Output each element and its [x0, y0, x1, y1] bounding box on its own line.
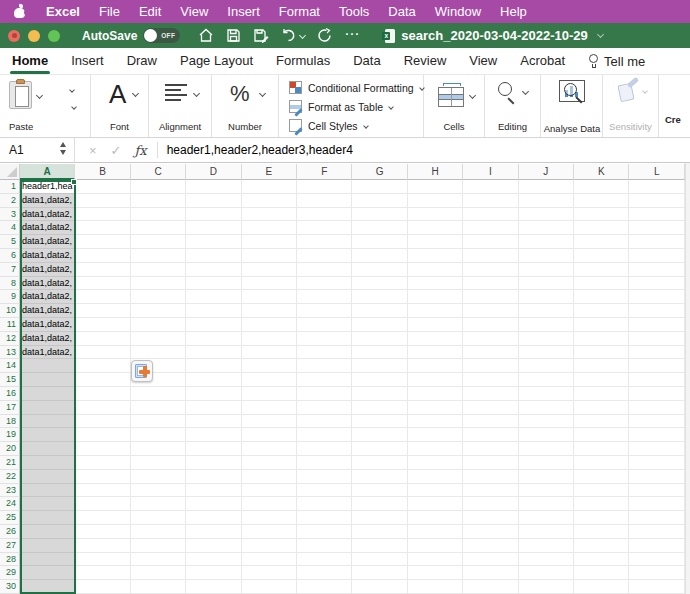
cell-H4[interactable] — [408, 221, 463, 235]
spinner-down-icon[interactable] — [60, 150, 66, 155]
cell-K15[interactable] — [574, 373, 629, 387]
cell-J2[interactable] — [519, 194, 574, 208]
menu-format[interactable]: Format — [279, 4, 320, 19]
cell-F27[interactable] — [297, 539, 352, 553]
tab-home[interactable]: Home — [12, 49, 48, 74]
cell-J26[interactable] — [519, 525, 574, 539]
cell-L10[interactable] — [629, 304, 684, 318]
cell-B2[interactable] — [75, 194, 130, 208]
cell-I23[interactable] — [463, 484, 518, 498]
cell-F16[interactable] — [297, 387, 352, 401]
cell-D25[interactable] — [186, 511, 241, 525]
cell-I16[interactable] — [463, 387, 518, 401]
cell-F15[interactable] — [297, 373, 352, 387]
cell-H21[interactable] — [408, 456, 463, 470]
tab-review[interactable]: Review — [404, 49, 447, 74]
cell-K10[interactable] — [574, 304, 629, 318]
tab-draw[interactable]: Draw — [127, 49, 157, 74]
row-header-17[interactable]: 17 — [0, 401, 20, 415]
cell-B24[interactable] — [75, 497, 130, 511]
cell-F12[interactable] — [297, 332, 352, 346]
column-header-G[interactable]: G — [352, 164, 407, 180]
cell-H11[interactable] — [408, 318, 463, 332]
row-header-5[interactable]: 5 — [0, 235, 20, 249]
cell-I9[interactable] — [463, 290, 518, 304]
cell-B17[interactable] — [75, 401, 130, 415]
cell-K23[interactable] — [574, 484, 629, 498]
cell-A30[interactable] — [20, 580, 75, 594]
menu-excel[interactable]: Excel — [46, 4, 80, 19]
cell-L3[interactable] — [629, 208, 684, 222]
cell-G10[interactable] — [352, 304, 407, 318]
cell-L11[interactable] — [629, 318, 684, 332]
cell-K21[interactable] — [574, 456, 629, 470]
cell-C18[interactable] — [131, 415, 186, 429]
cell-L4[interactable] — [629, 221, 684, 235]
cell-B19[interactable] — [75, 428, 130, 442]
cell-F8[interactable] — [297, 277, 352, 291]
cell-J8[interactable] — [519, 277, 574, 291]
cell-H22[interactable] — [408, 470, 463, 484]
cell-E6[interactable] — [242, 249, 297, 263]
row-header-18[interactable]: 18 — [0, 415, 20, 429]
cell-C6[interactable] — [131, 249, 186, 263]
menu-view[interactable]: View — [180, 4, 208, 19]
cell-G3[interactable] — [352, 208, 407, 222]
cell-L15[interactable] — [629, 373, 684, 387]
cell-J29[interactable] — [519, 566, 574, 580]
cell-H2[interactable] — [408, 194, 463, 208]
cell-K22[interactable] — [574, 470, 629, 484]
cell-D7[interactable] — [186, 263, 241, 277]
menu-window[interactable]: Window — [435, 4, 481, 19]
column-header-E[interactable]: E — [242, 164, 297, 180]
cell-H1[interactable] — [408, 180, 463, 194]
cell-E17[interactable] — [242, 401, 297, 415]
cell-H12[interactable] — [408, 332, 463, 346]
cell-J1[interactable] — [519, 180, 574, 194]
column-header-D[interactable]: D — [186, 164, 241, 180]
cell-A3[interactable]: data1,data2, — [20, 208, 75, 222]
row-header-14[interactable]: 14 — [0, 359, 20, 373]
cell-K11[interactable] — [574, 318, 629, 332]
cell-G26[interactable] — [352, 525, 407, 539]
cell-D2[interactable] — [186, 194, 241, 208]
cell-D30[interactable] — [186, 580, 241, 594]
cell-L7[interactable] — [629, 263, 684, 277]
cell-H7[interactable] — [408, 263, 463, 277]
cell-D8[interactable] — [186, 277, 241, 291]
cell-J16[interactable] — [519, 387, 574, 401]
cell-G18[interactable] — [352, 415, 407, 429]
column-header-I[interactable]: I — [463, 164, 518, 180]
cell-B5[interactable] — [75, 235, 130, 249]
cell-L30[interactable] — [629, 580, 684, 594]
cell-F24[interactable] — [297, 497, 352, 511]
tab-acrobat[interactable]: Acrobat — [520, 49, 565, 74]
cell-D13[interactable] — [186, 346, 241, 360]
cell-B6[interactable] — [75, 249, 130, 263]
cell-E2[interactable] — [242, 194, 297, 208]
cell-J19[interactable] — [519, 428, 574, 442]
cell-I30[interactable] — [463, 580, 518, 594]
cell-J20[interactable] — [519, 442, 574, 456]
cell-E13[interactable] — [242, 346, 297, 360]
cell-H27[interactable] — [408, 539, 463, 553]
cell-K13[interactable] — [574, 346, 629, 360]
cell-F22[interactable] — [297, 470, 352, 484]
cell-D11[interactable] — [186, 318, 241, 332]
cell-C16[interactable] — [131, 387, 186, 401]
cell-L1[interactable] — [629, 180, 684, 194]
cell-K9[interactable] — [574, 290, 629, 304]
cell-L27[interactable] — [629, 539, 684, 553]
sensitivity-group[interactable]: Sensitivity — [603, 75, 659, 137]
cell-C12[interactable] — [131, 332, 186, 346]
cell-G12[interactable] — [352, 332, 407, 346]
cell-C11[interactable] — [131, 318, 186, 332]
cell-F11[interactable] — [297, 318, 352, 332]
menu-help[interactable]: Help — [500, 4, 527, 19]
cell-I2[interactable] — [463, 194, 518, 208]
row-header-2[interactable]: 2 — [0, 194, 20, 208]
menu-tools[interactable]: Tools — [339, 4, 369, 19]
cell-H28[interactable] — [408, 553, 463, 567]
cell-A6[interactable]: data1,data2, — [20, 249, 75, 263]
cell-J25[interactable] — [519, 511, 574, 525]
